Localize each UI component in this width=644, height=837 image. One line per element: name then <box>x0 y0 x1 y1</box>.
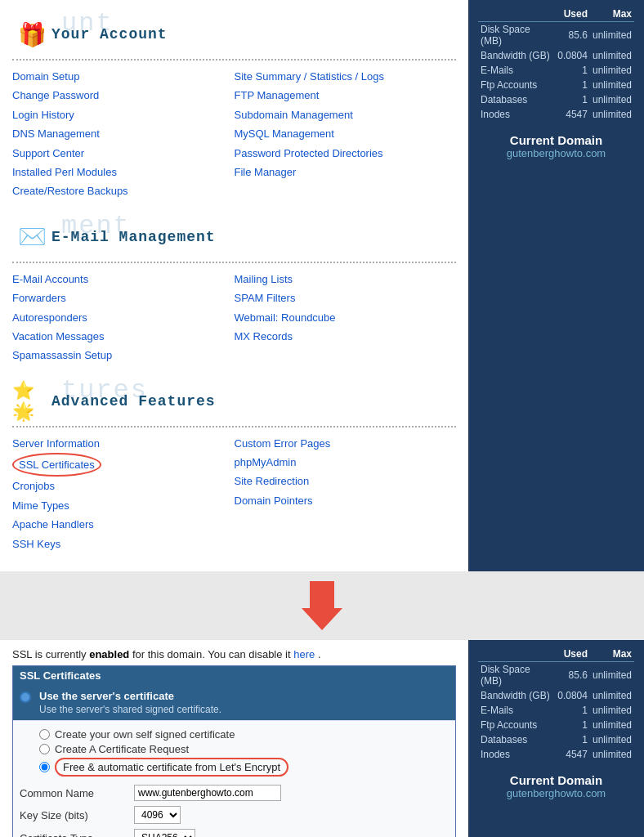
key-size-row: Key Size (bits) 4096 <box>13 803 455 826</box>
ssl-panel-header: SSL Certificates <box>13 666 455 685</box>
create-restore-link[interactable]: Create/Restore Backups <box>12 181 235 200</box>
ssl-radio-1[interactable] <box>20 692 31 703</box>
webmail-link[interactable]: Webmail: Roundcube <box>235 308 457 327</box>
ssl-radio-col-1 <box>20 690 39 705</box>
current-domain-value-top: gutenberghowto.com <box>478 147 634 159</box>
current-domain-label-bottom: Current Domain <box>478 773 634 787</box>
top-panel: unt 🎁 Your Account Domain Setup Change P… <box>0 0 644 571</box>
phpmyadmin-link[interactable]: phpMyAdmin <box>235 453 457 472</box>
dns-management-link[interactable]: DNS Management <box>12 124 235 143</box>
inodes-row: Inodes 4547 unlimited <box>478 107 634 122</box>
password-protected-link[interactable]: Password Protected Directories <box>235 144 457 163</box>
login-history-link[interactable]: Login History <box>12 105 235 124</box>
your-account-links-left: Domain Setup Change Password Login Histo… <box>12 67 235 201</box>
ssl-disable-link[interactable]: here <box>293 648 315 660</box>
mysql-management-link[interactable]: MySQL Management <box>235 124 457 143</box>
bottom-content: SSL is currently enabled for this domain… <box>0 640 468 837</box>
email-title: E-Mail Management <box>51 229 216 245</box>
subdomain-management-link[interactable]: Subdomain Management <box>235 105 457 124</box>
common-name-label: Common Name <box>13 782 127 803</box>
ssl-sub-option-1: Create your own self signed certificate <box>39 728 449 741</box>
your-account-title: Your Account <box>51 26 168 43</box>
inodes-row-b: Inodes 4547 unlimited <box>478 747 634 762</box>
ssl-certificates-link[interactable]: SSL Certificates <box>12 453 101 477</box>
top-sidebar: Used Max Disk Space (MB) 85.6 unlimited … <box>468 0 644 571</box>
your-account-section: unt 🎁 Your Account <box>12 8 456 67</box>
domain-pointers-link[interactable]: Domain Pointers <box>235 491 457 510</box>
ssl-letsencrypt-radio[interactable] <box>39 762 50 772</box>
current-domain-bottom: Current Domain gutenberghowto.com <box>478 773 634 799</box>
advanced-section: tures ⭐🌟 Advanced Features <box>12 375 456 434</box>
forwarders-link[interactable]: Forwarders <box>12 289 235 307</box>
apache-handlers-link[interactable]: Apache Handlers <box>12 515 235 534</box>
common-name-row: Common Name <box>13 782 455 803</box>
custom-error-pages-link[interactable]: Custom Error Pages <box>235 434 457 453</box>
cronjobs-link[interactable]: Cronjobs <box>12 477 235 495</box>
bottom-sidebar: Used Max Disk Space (MB) 85.6 unlimited … <box>468 640 644 837</box>
ftp-row-b: Ftp Accounts 1 unlimited <box>478 718 634 732</box>
email-links-left: E-Mail Accounts Forwarders Autoresponder… <box>12 270 235 365</box>
ssl-sub-label-2: Create A Certificate Request <box>55 743 189 755</box>
sidebar-stats-bottom: Used Max Disk Space (MB) 85.6 unlimited … <box>478 647 634 762</box>
spamassassin-link[interactable]: Spamassassin Setup <box>12 346 235 365</box>
ssl-sub-radio-1[interactable] <box>39 729 50 740</box>
current-domain-value-bottom: gutenberghowto.com <box>478 787 634 799</box>
site-redirection-link[interactable]: Site Redirection <box>235 472 457 490</box>
current-domain-top: Current Domain gutenberghowto.com <box>478 133 634 159</box>
ssl-letsencrypt-row: Free & automatic certificate from Let's … <box>39 758 449 777</box>
down-arrow-icon <box>302 581 342 630</box>
key-size-label: Key Size (bits) <box>13 803 127 826</box>
ssl-option-server-text: Use the server's certificate Use the ser… <box>39 690 221 715</box>
max-header: Max <box>590 7 634 22</box>
change-password-link[interactable]: Change Password <box>12 86 235 105</box>
advanced-icon: ⭐🌟 <box>12 382 51 421</box>
server-info-link[interactable]: Server Information <box>12 434 235 453</box>
vacation-messages-link[interactable]: Vacation Messages <box>12 327 235 346</box>
ssl-letsencrypt-label: Free & automatic certificate from Let's … <box>55 758 288 777</box>
ssl-status-text: SSL is currently <box>12 648 89 660</box>
file-manager-link[interactable]: File Manager <box>235 163 457 181</box>
ssh-keys-link[interactable]: SSH Keys <box>12 535 235 553</box>
bandwidth-row: Bandwidth (GB) 0.0804 unlimited <box>478 48 634 63</box>
advanced-links-right: Custom Error Pages phpMyAdmin Site Redir… <box>235 434 457 553</box>
bandwidth-row-b: Bandwidth (GB) 0.0804 unlimited <box>478 688 634 703</box>
ssl-status-rest: for this domain. You can disable it <box>132 648 293 660</box>
disk-space-row: Disk Space (MB) 85.6 unlimited <box>478 22 634 49</box>
max-header-bottom: Max <box>590 647 634 662</box>
email-accounts-link[interactable]: E-Mail Accounts <box>12 270 235 289</box>
ftp-row: Ftp Accounts 1 unlimited <box>478 78 634 92</box>
disk-space-row-b: Disk Space (MB) 85.6 unlimited <box>478 662 634 689</box>
mx-records-link[interactable]: MX Records <box>235 327 457 346</box>
key-size-select[interactable]: 4096 <box>134 806 181 824</box>
mailing-lists-link[interactable]: Mailing Lists <box>235 270 457 289</box>
support-center-link[interactable]: Support Center <box>12 144 235 163</box>
ssl-sub-label-1: Create your own self signed certificate <box>55 728 235 741</box>
advanced-links-left: Server Information SSL Certificates Cron… <box>12 434 235 553</box>
installed-perl-link[interactable]: Installed Perl Modules <box>12 163 235 181</box>
arrow-section <box>0 571 644 640</box>
your-account-links-right: Site Summary / Statistics / Logs FTP Man… <box>235 67 457 201</box>
ftp-management-link[interactable]: FTP Management <box>235 86 457 105</box>
cert-type-select[interactable]: SHA256 <box>134 829 195 837</box>
ssl-panel: SSL Certificates Use the server's certif… <box>12 665 456 837</box>
current-domain-label-top: Current Domain <box>478 133 634 147</box>
domain-setup-link[interactable]: Domain Setup <box>12 67 235 86</box>
ssl-sub-radio-2[interactable] <box>39 744 50 754</box>
your-account-icon: 🎁 <box>12 15 51 54</box>
mime-types-link[interactable]: Mime Types <box>12 496 235 515</box>
site-summary-link[interactable]: Site Summary / Statistics / Logs <box>235 67 457 86</box>
arrow-down-group <box>302 581 342 630</box>
emails-row: E-Mails 1 unlimited <box>478 63 634 78</box>
main-container: unt 🎁 Your Account Domain Setup Change P… <box>0 0 644 837</box>
spam-filters-link[interactable]: SPAM Filters <box>235 289 457 307</box>
ssl-option1-label: Use the server's certificate <box>39 690 221 702</box>
sidebar-stats-top: Used Max Disk Space (MB) 85.6 unlimited … <box>478 7 634 122</box>
autoresponders-link[interactable]: Autoresponders <box>12 308 235 327</box>
ssl-sub-option-2: Create A Certificate Request <box>39 743 449 755</box>
advanced-links: Server Information SSL Certificates Cron… <box>12 434 456 553</box>
ssl-form-table: Common Name Key Size (bits) 4096 Certifi… <box>13 782 455 837</box>
email-section: ment ✉️ E-Mail Management <box>12 211 456 270</box>
emails-row-b: E-Mails 1 unlimited <box>478 703 634 718</box>
common-name-input[interactable] <box>134 785 281 801</box>
advanced-title: Advanced Features <box>51 393 216 410</box>
